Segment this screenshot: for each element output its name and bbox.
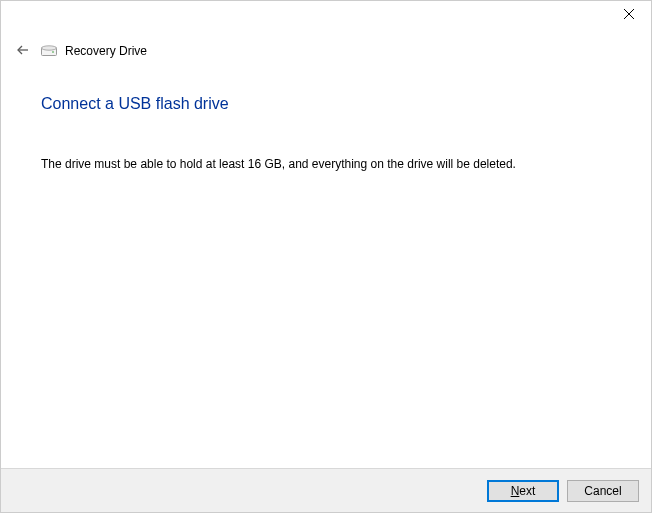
page-heading: Connect a USB flash drive: [41, 95, 611, 113]
cancel-label: Cancel: [584, 484, 621, 498]
back-button[interactable]: [13, 41, 33, 61]
cancel-button[interactable]: Cancel: [567, 480, 639, 502]
title-bar: [1, 1, 651, 31]
next-button[interactable]: Next: [487, 480, 559, 502]
close-icon: [624, 8, 634, 22]
wizard-header: Recovery Drive: [1, 41, 651, 61]
recovery-drive-icon: [41, 45, 57, 57]
next-label-rest: ext: [519, 484, 535, 498]
svg-point-5: [52, 51, 54, 53]
wizard-content: Connect a USB flash drive The drive must…: [1, 61, 651, 171]
wizard-app-name: Recovery Drive: [65, 44, 147, 58]
page-body-text: The drive must be able to hold at least …: [41, 157, 611, 171]
close-button[interactable]: [607, 1, 651, 29]
back-arrow-icon: [15, 42, 31, 61]
wizard-footer: Next Cancel: [1, 468, 651, 512]
svg-point-4: [42, 46, 57, 50]
